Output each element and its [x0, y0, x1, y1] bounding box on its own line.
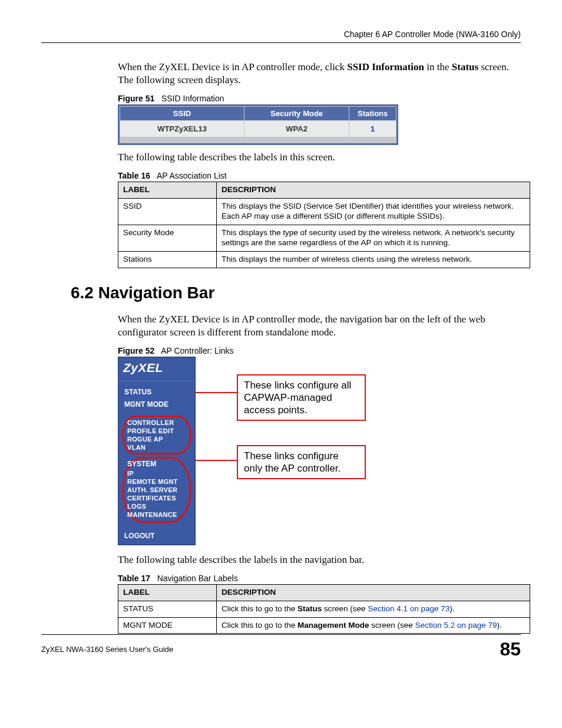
section-heading-6-2: 6.2 Navigation Bar [71, 284, 521, 302]
table-title: Navigation Bar Labels [157, 574, 238, 583]
table16-intro: The following table describes the labels… [118, 151, 521, 164]
cell-label: MGNT MODE [118, 617, 217, 634]
text: ). [449, 604, 454, 613]
callout-capwap: These links configure all CAPWAP-managed… [237, 374, 366, 421]
text: Click this to go to the [222, 604, 297, 613]
col-header-ssid: SSID [120, 107, 244, 121]
section-6-2-paragraph: When the ZyXEL Device is in AP controlle… [118, 313, 521, 339]
nav-group-system: SYSTEM IP REMOTE MGNT AUTH. SERVER CERTI… [122, 457, 191, 523]
cell-label: SSID [118, 199, 217, 225]
cell-stations-link[interactable]: 1 [349, 121, 396, 137]
cell-security: WPA2 [244, 121, 349, 137]
table17-intro: The following table describes the labels… [118, 554, 521, 566]
chapter-label: Chapter 6 AP Controller Mode (NWA-3160 O… [41, 29, 521, 39]
callout-controller-only: These links configure only the AP contro… [237, 445, 366, 480]
figure-title: AP Controller: Links [161, 346, 233, 355]
text: screen (see [369, 621, 415, 630]
table17-caption: Table 17 Navigation Bar Labels [118, 574, 521, 583]
th-description: DESCRIPTION [217, 584, 530, 601]
table17: LABEL DESCRIPTION STATUS Click this to g… [118, 584, 530, 634]
cell-desc: This displays the number of wireless cli… [217, 251, 530, 268]
intro-paragraph: When the ZyXEL Device is in AP controlle… [118, 61, 521, 87]
table-number: Table 17 [118, 574, 150, 583]
table-row: Stations This displays the number of wir… [118, 251, 530, 268]
callout-connector [196, 392, 237, 393]
col-header-stations: Stations [349, 107, 396, 121]
figure-title: SSID Information [161, 94, 224, 103]
th-description: DESCRIPTION [217, 182, 530, 199]
figure-number: Figure 52 [118, 346, 154, 355]
table-row: STATUS Click this to go to the Status sc… [118, 601, 530, 617]
text-bold: Management Mode [297, 621, 369, 630]
nav-logs[interactable]: LOGS [127, 502, 186, 510]
cell-ssid: WTPZyXEL13 [120, 121, 244, 137]
figure51-ssid-table: SSID Security Mode Stations WTPZyXEL13 W… [118, 104, 398, 145]
nav-auth-server[interactable]: AUTH. SERVER [127, 486, 186, 494]
th-label: LABEL [118, 584, 217, 601]
text-bold: Status [452, 61, 478, 73]
figure52-caption: Figure 52 AP Controller: Links [118, 346, 521, 355]
nav-system[interactable]: SYSTEM [127, 460, 186, 469]
col-header-security: Security Mode [244, 107, 349, 121]
table16: LABEL DESCRIPTION SSID This displays the… [118, 182, 530, 268]
cell-label: Security Mode [118, 225, 217, 251]
page-number: 85 [500, 638, 521, 660]
th-label: LABEL [118, 182, 217, 199]
cell-desc: Click this to go to the Status screen (s… [217, 601, 530, 617]
callout-connector [196, 460, 237, 461]
text: When the ZyXEL Device is in AP controlle… [118, 61, 347, 73]
figure51-caption: Figure 51 SSID Information [118, 94, 521, 103]
nav-remote-mgnt[interactable]: REMOTE MGNT [127, 477, 186, 486]
nav-logout[interactable]: LOGOUT [124, 529, 189, 541]
figure-number: Figure 51 [118, 94, 154, 103]
cell-label: STATUS [118, 601, 217, 617]
nav-mgnt-mode[interactable]: MGNT MODE [124, 397, 189, 410]
table-row: MGNT MODE Click this to go to the Manage… [118, 617, 530, 634]
table16-caption: Table 16 AP Association List [118, 171, 521, 180]
table-row: SSID This displays the SSID (Service Set… [118, 199, 530, 225]
text: ). [497, 621, 502, 630]
text: screen (see [322, 604, 368, 613]
header-rule [41, 42, 521, 43]
nav-status[interactable]: STATUS [124, 385, 189, 397]
text-bold: Status [297, 604, 322, 613]
footer-guide-title: ZyXEL NWA-3160 Series User's Guide [41, 645, 173, 654]
cell-desc: Click this to go to the Management Mode … [217, 617, 530, 634]
cell-label: Stations [118, 251, 217, 268]
cell-desc: This displays the SSID (Service Set IDen… [217, 199, 530, 225]
cross-ref-link[interactable]: Section 5.2 on page 79 [415, 621, 497, 630]
page-footer: ZyXEL NWA-3160 Series User's Guide 85 [41, 634, 521, 660]
table-row: Security Mode This displays the type of … [118, 225, 530, 251]
table-number: Table 16 [118, 171, 150, 180]
nav-ip[interactable]: IP [127, 469, 186, 477]
nav-controller[interactable]: CONTROLLER [127, 419, 186, 427]
text: in the [424, 61, 452, 73]
nav-certificates[interactable]: CERTIFICATES [127, 494, 186, 502]
text-bold: SSID Information [347, 61, 424, 73]
cross-ref-link[interactable]: Section 4.1 on page 73 [368, 604, 449, 613]
nav-group-capwap: CONTROLLER PROFILE EDIT ROGUE AP VLAN [122, 416, 191, 454]
nav-rogue-ap[interactable]: ROGUE AP [127, 435, 186, 443]
cell-desc: This displays the type of security used … [217, 225, 530, 251]
zyxel-logo: ZyXEL [118, 357, 195, 381]
text: Click this to go to the [222, 621, 297, 630]
table-title: AP Association List [157, 171, 227, 180]
nav-maintenance[interactable]: MAINTENANCE [127, 510, 186, 519]
figure52: ZyXEL STATUS MGNT MODE CONTROLLER PROFIL… [118, 357, 521, 545]
nav-sidebar: ZyXEL STATUS MGNT MODE CONTROLLER PROFIL… [118, 357, 196, 545]
nav-vlan[interactable]: VLAN [127, 443, 186, 452]
nav-profile-edit[interactable]: PROFILE EDIT [127, 427, 186, 435]
